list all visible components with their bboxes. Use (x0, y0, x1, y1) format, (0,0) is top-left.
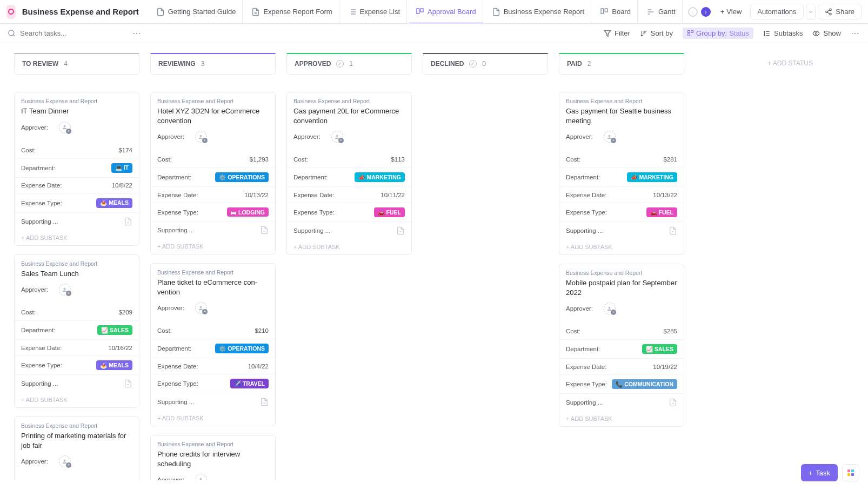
file-icon[interactable] (669, 226, 677, 235)
search-input[interactable] (20, 29, 128, 37)
tab-nav-next[interactable]: › (701, 7, 711, 17)
tab-getting-started[interactable]: Getting Started Guide (150, 0, 243, 24)
card-field-row[interactable]: Cost:$281 (559, 151, 684, 167)
card-field-row[interactable]: Expense Type:🚗 FUEL (287, 203, 411, 221)
card-field-row[interactable]: Cost:$210 (151, 323, 275, 339)
automations-dropdown[interactable] (806, 4, 816, 20)
column-header[interactable]: DECLINED✓0 (423, 53, 548, 75)
card-field-row[interactable]: Supporting ... (559, 221, 684, 239)
card-field-row[interactable]: Department:📈 SALES (15, 320, 139, 339)
tab-nav-prev[interactable]: ‹ (688, 7, 698, 17)
subtasks-button[interactable]: Subtasks (763, 29, 803, 37)
add-view-button[interactable]: + View (716, 4, 746, 19)
column-header[interactable]: REVIEWING3 (150, 53, 276, 75)
assign-approver[interactable]: + (59, 284, 71, 296)
tab-expense-report-form[interactable]: Expense Report Form (245, 0, 339, 24)
card-field-row[interactable]: Supporting ... (151, 393, 275, 411)
tab-gantt[interactable]: Gantt (640, 0, 683, 24)
tab-expense-list[interactable]: Expense List (342, 0, 407, 24)
card-field-row[interactable]: Department:📣 MARKETING (287, 167, 411, 186)
assign-approver[interactable]: + (59, 122, 71, 133)
filterbar-more[interactable]: ⋯ (851, 28, 860, 38)
card-field-row[interactable]: Department:⚙️ OPERATIONS (151, 167, 275, 186)
file-icon[interactable] (260, 398, 269, 406)
card[interactable]: Business Expense and ReportGas payment f… (559, 92, 684, 255)
card-field-row[interactable]: Cost:$205 (15, 476, 139, 480)
card-field-row[interactable]: Expense Date:10/13/22 (559, 186, 684, 203)
assign-approver[interactable]: + (195, 131, 207, 143)
add-subtask[interactable]: + ADD SUBTASK (559, 411, 684, 426)
card-field-row[interactable]: Department:📈 SALES (559, 339, 684, 358)
card-field-row[interactable]: Department:💻 IT (15, 158, 139, 177)
assign-approver[interactable]: + (331, 131, 343, 143)
card-field-row[interactable]: Expense Date:10/13/22 (151, 186, 275, 203)
card-field-row[interactable]: Cost:$209 (15, 304, 139, 320)
new-task-button[interactable]: + Task (801, 464, 838, 481)
file-icon[interactable] (260, 226, 269, 234)
card-field-row[interactable]: Expense Date:10/4/22 (151, 358, 275, 374)
show-button[interactable]: Show (812, 29, 841, 37)
card-field-row[interactable]: Cost:$285 (559, 323, 684, 339)
tab-board[interactable]: Board (593, 0, 638, 24)
apps-button[interactable] (842, 464, 859, 481)
card-field-row[interactable]: Supporting ... (287, 221, 411, 239)
card-field-row[interactable]: Expense Date:10/19/22 (559, 358, 684, 374)
assign-approver[interactable]: + (604, 303, 616, 314)
add-subtask[interactable]: + ADD SUBTASK (15, 230, 139, 245)
card-field-row[interactable]: Supporting ... (15, 374, 139, 392)
file-icon[interactable] (124, 217, 132, 226)
add-subtask[interactable]: + ADD SUBTASK (287, 239, 411, 254)
add-subtask[interactable]: + ADD SUBTASK (15, 392, 139, 407)
share-button[interactable]: Share (818, 4, 862, 19)
card-field-row[interactable]: Expense Type:📞 COMMUNICATION (559, 374, 684, 393)
tab-business-expense-report[interactable]: Business Expense Report (485, 0, 592, 24)
card[interactable]: Business Expense and ReportSales Team Lu… (14, 254, 139, 408)
card[interactable]: Business Expense and ReportMobile postpa… (559, 264, 684, 427)
page-title[interactable]: Business Expense and Report (22, 7, 139, 16)
sort-button[interactable]: Sort by (640, 29, 673, 37)
add-subtask[interactable]: + ADD SUBTASK (151, 239, 275, 254)
column-header[interactable]: APPROVED✓1 (286, 53, 412, 75)
add-subtask[interactable]: + ADD SUBTASK (151, 411, 275, 426)
assign-approver[interactable]: + (604, 131, 616, 143)
card-field-row[interactable]: Expense Type:🚗 FUEL (559, 203, 684, 221)
card-field-row[interactable]: Expense Type:🍝 MEALS (15, 193, 139, 212)
card[interactable]: Business Expense and ReportGas payment 2… (286, 92, 412, 255)
tab-approval-board[interactable]: Approval Board (409, 0, 483, 24)
card-field-row[interactable]: Expense Date:10/16/22 (15, 339, 139, 355)
card[interactable]: Business Expense and ReportIT Team Dinne… (14, 92, 139, 246)
card-field-row[interactable]: Supporting ... (15, 212, 139, 230)
board-icon (600, 8, 609, 16)
add-status-button[interactable]: + ADD STATUS (695, 53, 820, 73)
card-field-row[interactable]: Expense Type:🛏 LODGING (151, 203, 275, 221)
file-icon[interactable] (669, 398, 677, 407)
automations-button[interactable]: Automations (750, 4, 803, 19)
card-field-row[interactable]: Expense Type:✈️ TRAVEL (151, 374, 275, 393)
column-header[interactable]: TO REVIEW4 (14, 53, 139, 75)
card[interactable]: Business Expense and ReportPlane ticket … (150, 263, 276, 426)
card-field-row[interactable]: Cost:$174 (15, 142, 139, 158)
search-more[interactable]: ⋯ (132, 28, 142, 38)
card-field-row[interactable]: Expense Date:10/11/22 (287, 186, 411, 203)
card-field-row[interactable]: Cost:$113 (287, 151, 411, 167)
group-by-button[interactable]: Group by: Status (683, 28, 753, 39)
card-field-row[interactable]: Department:⚙️ OPERATIONS (151, 339, 275, 358)
card[interactable]: Business Expense and ReportPhone credits… (150, 435, 276, 480)
column-header[interactable]: PAID2 (559, 53, 684, 75)
add-subtask[interactable]: + ADD SUBTASK (559, 239, 684, 254)
card-field-row[interactable]: Supporting ... (559, 393, 684, 411)
assign-approver[interactable]: + (59, 455, 71, 467)
card[interactable]: Business Expense and ReportHotel XYZ 3D2… (150, 92, 276, 254)
folder-icon[interactable] (6, 5, 16, 19)
card-field-row[interactable]: Department:📣 MARKETING (559, 167, 684, 186)
card-field-row[interactable]: Cost:$1,293 (151, 151, 275, 167)
card-field-row[interactable]: Supporting ... (151, 221, 275, 239)
card-field-row[interactable]: Expense Date:10/8/22 (15, 177, 139, 193)
file-icon[interactable] (396, 226, 405, 235)
assign-approver[interactable]: + (195, 302, 207, 314)
filter-button[interactable]: Filter (604, 29, 630, 37)
card-field-row[interactable]: Expense Type:🍝 MEALS (15, 355, 139, 374)
assign-approver[interactable]: + (195, 474, 207, 480)
card[interactable]: Business Expense and ReportPrinting of m… (14, 417, 139, 480)
file-icon[interactable] (124, 379, 132, 388)
